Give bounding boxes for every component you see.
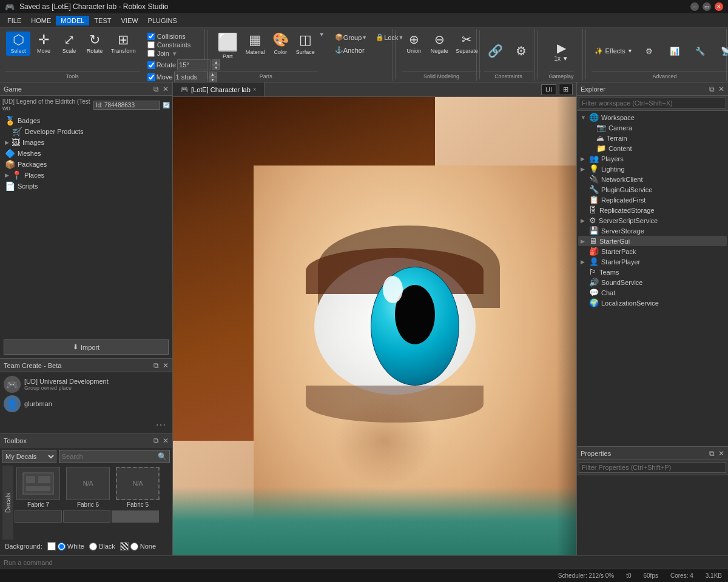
more-thumb-2[interactable]	[112, 510, 159, 523]
game-panel-close[interactable]: ✕	[163, 85, 169, 93]
surface-button[interactable]: ◫ Surface	[293, 30, 318, 61]
character-viewport[interactable]	[173, 97, 576, 555]
exp-network-client[interactable]: 🔌 NetworkClient	[578, 174, 727, 184]
menu-file[interactable]: FILE	[2, 16, 26, 25]
move-value-input[interactable]	[174, 72, 207, 82]
decal-item-0[interactable]: Fabric 7	[15, 467, 62, 508]
command-input[interactable]	[4, 559, 724, 566]
import-button[interactable]: ⬇ Import	[4, 340, 169, 355]
team-panel-close[interactable]: ✕	[163, 361, 169, 370]
refresh-icon[interactable]: 🔄	[163, 102, 170, 109]
exp-camera[interactable]: 📷 Camera	[578, 122, 727, 133]
part-button[interactable]: ⬜ Part	[214, 30, 241, 61]
group-button[interactable]: 📦 Group ▼	[332, 32, 371, 43]
effects-button[interactable]: ✨ Effects ▼	[592, 45, 635, 57]
material-button[interactable]: ▦ Material	[243, 30, 268, 61]
team-panel-expand[interactable]: ⧉	[153, 361, 159, 370]
rotate-snap-checkbox[interactable]	[147, 61, 155, 69]
menu-view[interactable]: VIEW	[116, 16, 143, 25]
rotate-button[interactable]: ↻ Rotate	[83, 32, 107, 56]
menu-model[interactable]: MODEL	[56, 16, 89, 25]
game-panel-expand[interactable]: ⧉	[153, 85, 159, 93]
bg-none-option[interactable]: None	[120, 542, 156, 550]
constraints-tool-button[interactable]: 🔗	[484, 42, 508, 60]
toolbox-close[interactable]: ✕	[163, 436, 169, 445]
gameplay-button[interactable]: ▶ 1x ▼	[549, 39, 573, 64]
exp-teams[interactable]: 🏳 Teams	[578, 267, 727, 277]
menu-home[interactable]: HOME	[26, 16, 56, 25]
constraints-checkbox[interactable]	[147, 41, 155, 48]
adv-btn2[interactable]: 📊	[662, 45, 687, 58]
viewport-tab-char-lab[interactable]: 🎮 [LotE] Character lab ×	[173, 82, 265, 96]
exp-plugin-gui[interactable]: 🔧 PluginGuiService	[578, 184, 727, 195]
team-more-icon[interactable]: …	[155, 416, 166, 428]
color-button[interactable]: 🎨 Color	[269, 30, 292, 61]
join-checkbox[interactable]	[147, 50, 155, 57]
properties-filter-input[interactable]	[579, 462, 726, 473]
exp-players[interactable]: ▶ 👥 Players	[578, 153, 727, 164]
bg-white-option[interactable]: White	[47, 542, 84, 550]
bg-none-radio[interactable]	[130, 543, 138, 550]
exp-lighting[interactable]: ▶ 💡 Lighting	[578, 164, 727, 174]
menu-test[interactable]: TEST	[89, 16, 116, 25]
properties-close[interactable]: ✕	[718, 449, 724, 458]
explorer-expand[interactable]: ⧉	[709, 85, 715, 93]
exp-replicated-first[interactable]: 📋 ReplicatedFirst	[578, 195, 727, 205]
maximize-button[interactable]: ▭	[703, 2, 711, 11]
anchor-button[interactable]: ⚓ Anchor	[332, 44, 368, 56]
exp-starter-pack[interactable]: 🎒 StarterPack	[578, 246, 727, 256]
move-snap-checkbox[interactable]	[147, 73, 155, 81]
properties-expand[interactable]: ⧉	[709, 449, 715, 458]
explorer-close[interactable]: ✕	[718, 85, 724, 93]
menu-plugins[interactable]: PLUGINS	[143, 16, 182, 25]
toolbox-search-input[interactable]	[62, 453, 158, 460]
bg-black-option[interactable]: Black	[89, 543, 115, 550]
developer-products-item[interactable]: 🛒 Developer Products	[2, 126, 170, 137]
constraints-more-button[interactable]: ⚙	[509, 42, 533, 60]
exp-starter-gui[interactable]: ▶ 🖥 StarterGui	[578, 236, 727, 246]
packages-item[interactable]: 📦 Packages	[2, 159, 170, 170]
toolbox-category-select[interactable]: My Decals All Decals Free Models	[2, 450, 56, 463]
toolbox-expand[interactable]: ⧉	[153, 436, 159, 445]
meshes-item[interactable]: 🔷 Meshes	[2, 148, 170, 159]
exp-sound-service[interactable]: 🔊 SoundService	[578, 277, 727, 287]
adv-btn1[interactable]: ⚙	[637, 45, 661, 58]
bg-white-radio[interactable]	[58, 543, 66, 550]
exp-starter-player[interactable]: ▶ 👤 StarterPlayer	[578, 256, 727, 267]
negate-button[interactable]: ⊖ Negate	[427, 30, 451, 56]
places-item[interactable]: ▶ 📍 Places	[2, 170, 170, 181]
ui-button[interactable]: UI	[541, 84, 556, 95]
scale-button[interactable]: ⤢ Scale	[57, 32, 81, 56]
union-button[interactable]: ⊕ Union	[402, 30, 426, 56]
more-thumb-1[interactable]	[63, 510, 110, 523]
close-button[interactable]: ✕	[715, 2, 723, 11]
more-thumb-0[interactable]	[15, 510, 62, 523]
exp-server-script[interactable]: ▶ ⚙ ServerScriptService	[578, 215, 727, 226]
scripts-item[interactable]: 📄 Scripts	[2, 181, 170, 192]
collisions-checkbox[interactable]	[147, 33, 155, 40]
exp-localization[interactable]: 🌍 LocalizationService	[578, 298, 727, 308]
explorer-filter-input[interactable]	[579, 98, 726, 109]
exp-server-storage[interactable]: 💾 ServerStorage	[578, 226, 727, 236]
exp-chat[interactable]: 💬 Chat	[578, 287, 727, 298]
rotate-value-input[interactable]	[177, 59, 211, 70]
exp-content[interactable]: 📁 Content	[578, 143, 727, 153]
exp-replicated-storage[interactable]: 🗄 ReplicatedStorage	[578, 205, 727, 215]
decal-item-1[interactable]: N/A Fabric 6	[64, 467, 112, 508]
transform-button[interactable]: ⊞ Transform	[108, 32, 139, 56]
exp-workspace[interactable]: ▼ 🌐 Workspace	[578, 112, 727, 122]
viewport-expand-button[interactable]: ⊞	[559, 84, 573, 95]
game-id-input[interactable]	[93, 101, 160, 110]
decal-item-2[interactable]: N/A Fabric 5	[114, 467, 161, 508]
exp-terrain[interactable]: ⛰ Terrain	[578, 133, 727, 143]
separate-button[interactable]: ✂ Separate	[453, 30, 481, 56]
adv-btn4[interactable]: 📡	[713, 45, 728, 58]
select-button[interactable]: ⬡ Select	[6, 32, 30, 56]
adv-btn3[interactable]: 🔧	[688, 45, 712, 58]
minimize-button[interactable]: ─	[690, 2, 699, 11]
images-item[interactable]: ▶ 🖼 Images	[2, 137, 170, 148]
tab-close[interactable]: ×	[253, 86, 257, 93]
badges-item[interactable]: 🏅 Badges	[2, 115, 170, 126]
move-button[interactable]: ✛ Move	[32, 32, 56, 56]
bg-black-radio[interactable]	[89, 543, 97, 550]
